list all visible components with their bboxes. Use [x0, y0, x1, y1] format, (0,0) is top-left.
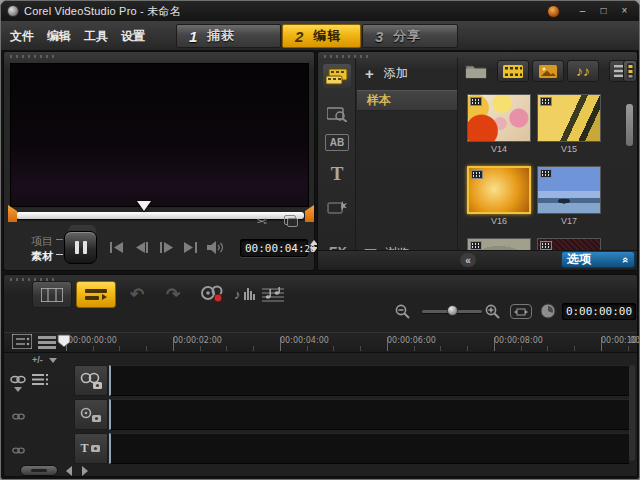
timeline-panel: ↶ ↷ ♪ [3, 274, 638, 477]
track-list-menu-icon[interactable] [38, 335, 56, 353]
transition-tool[interactable]: AB [325, 134, 349, 151]
notification-badge-icon[interactable] [547, 5, 560, 18]
video-clip-badge-icon [540, 241, 552, 250]
project-duration-clock-icon[interactable] [540, 303, 556, 323]
clip-thumbnail-v14[interactable] [467, 94, 531, 142]
zoom-slider-thumb[interactable] [447, 305, 458, 316]
thumbnail-label: V17 [537, 216, 601, 226]
instant-project-tool[interactable] [323, 102, 351, 126]
trim-end-handle[interactable] [305, 205, 314, 222]
video-track-lane[interactable] [109, 365, 629, 396]
overlay-track-header[interactable] [74, 399, 108, 430]
scroll-right-button[interactable] [82, 466, 88, 476]
video-clip-badge-icon [540, 169, 552, 178]
collapse-nav-button[interactable]: « [460, 253, 476, 267]
storyboard-view-button[interactable] [32, 281, 72, 308]
maximize-button[interactable]: □ [595, 4, 612, 18]
overlay-track-row [4, 399, 629, 430]
title-track-header[interactable]: T [74, 433, 108, 464]
library-panel: AB T FX + 添加 样本 [317, 51, 638, 271]
tab-capture[interactable]: 1 捕获 [176, 24, 281, 48]
ruler-label: 00:00:08:00 [494, 336, 543, 345]
tab-share[interactable]: 3 分享 [362, 24, 458, 48]
ruler-ticks [66, 335, 637, 351]
library-bottom-bar: « 选项 « [318, 250, 637, 270]
scroll-left-button[interactable] [66, 466, 72, 476]
split-clip-scissors-icon[interactable]: ✂ [256, 214, 267, 229]
menu-settings[interactable]: 设置 [121, 28, 145, 45]
filter-videos-button[interactable] [497, 60, 529, 82]
overlay-track-lane[interactable] [109, 399, 629, 430]
tab-edit[interactable]: 2 编辑 [282, 24, 361, 48]
auto-music-button[interactable] [258, 284, 288, 304]
enlarge-preview-icon[interactable] [284, 215, 296, 225]
menu-edit[interactable]: 编辑 [47, 28, 71, 45]
title-track-row: T [4, 433, 629, 464]
video-track-icon [79, 372, 103, 390]
video-clip-badge-icon [471, 170, 483, 179]
track-manager-view-icon[interactable] [12, 334, 32, 353]
track-ripple-list-icon[interactable] [32, 371, 48, 389]
add-folder-button[interactable]: + 添加 [365, 64, 408, 82]
scrubber-playhead[interactable] [137, 201, 151, 211]
title-tool[interactable]: T [323, 162, 351, 186]
timeline-hscroll-thumb[interactable] [20, 465, 58, 476]
library-scrollbar[interactable] [626, 104, 633, 146]
fit-project-to-window-button[interactable] [510, 304, 532, 319]
record-capture-button[interactable] [197, 284, 227, 304]
end-button[interactable] [180, 241, 200, 253]
timeline-timecode[interactable]: 0:00:00:00 [562, 303, 636, 320]
clip-mode-label[interactable]: 素材 [31, 249, 53, 264]
trim-start-handle[interactable] [8, 205, 17, 222]
options-button[interactable]: 选项 « [561, 251, 635, 268]
overlay-ripple-icon[interactable] [12, 407, 25, 425]
plus-icon: + [365, 65, 374, 82]
next-frame-button[interactable] [156, 241, 176, 253]
ruler-label: 00:00:02:00 [173, 336, 222, 345]
menu-tools[interactable]: 工具 [84, 28, 108, 45]
title-track-lane[interactable] [109, 433, 629, 464]
folder-icon[interactable] [465, 62, 487, 83]
clip-thumbnail-v17[interactable] [537, 166, 601, 214]
sound-mixer-button[interactable]: ♪ [230, 284, 260, 304]
preview-panel: ✂ 项目 素材 00:00:04:20 [3, 51, 315, 271]
video-track-header[interactable] [74, 365, 108, 396]
zoom-in-icon[interactable] [485, 304, 501, 323]
clip-thumbnail-v15[interactable] [537, 94, 601, 142]
timeline-view-button[interactable] [76, 281, 116, 308]
home-button[interactable] [106, 241, 126, 253]
menu-file[interactable]: 文件 [10, 28, 34, 45]
minimize-button[interactable]: – [574, 4, 591, 18]
ruler-label: 00:00:06:00 [387, 336, 436, 345]
clip-dash [56, 254, 63, 255]
title-track-icon: T [80, 441, 88, 456]
track-manager-dropdown-icon [49, 358, 57, 363]
filter-photos-button[interactable] [532, 60, 564, 82]
graphic-tool[interactable] [323, 196, 351, 220]
previous-frame-button[interactable] [132, 241, 152, 253]
app-window: Corel VideoStudio Pro - 未命名 – □ × 文件 编辑 … [0, 0, 640, 480]
filter-audio-button[interactable]: ♪♪ [567, 60, 599, 82]
gallery-item-sample[interactable]: 样本 [357, 90, 457, 111]
timeline-playhead-flag[interactable] [57, 334, 71, 348]
video-clip-badge-icon [470, 97, 482, 106]
undo-button[interactable]: ↶ [124, 284, 150, 304]
project-mode-label[interactable]: 项目 [31, 234, 53, 249]
timeline-ruler[interactable]: 00:00:00:00 00:00:02:00 00:00:04:00 00:0… [4, 332, 637, 353]
pause-button[interactable] [64, 231, 97, 264]
thumbnail-size-button[interactable] [623, 60, 637, 82]
timeline-vscrollbar[interactable] [629, 365, 635, 461]
clip-thumbnail-v16-selected[interactable] [467, 166, 531, 214]
panel-grip [10, 55, 56, 58]
zoom-out-icon[interactable] [395, 304, 411, 323]
media-library-tool[interactable] [323, 64, 351, 88]
track-manager-button[interactable]: +/- [32, 355, 57, 365]
overlay-track-icon [79, 406, 103, 424]
library-content: ♪♪ V14 V15 [459, 56, 635, 270]
volume-icon[interactable] [204, 241, 228, 253]
preview-timecode[interactable]: 00:00:04:20 [240, 239, 308, 257]
close-button[interactable]: × [616, 4, 633, 18]
redo-button[interactable]: ↷ [160, 284, 186, 304]
gutter-expand-icon[interactable] [14, 387, 22, 392]
title-ripple-icon[interactable] [12, 441, 25, 459]
